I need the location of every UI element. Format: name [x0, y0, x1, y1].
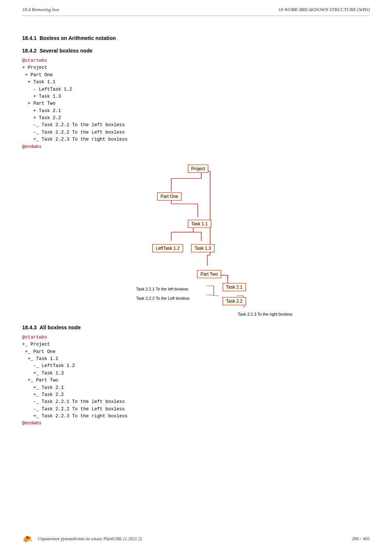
node-task222-boxless: Task 2.2.2 To the Left boxless [133, 295, 193, 302]
wbs-diagram: Project Part One Task 1.1 LeftTask 1.2 T… [92, 158, 300, 313]
header-right: 18 WORK BREAKDOWN STRUCTURE (WBS) [278, 7, 370, 13]
section-18-4-3-number: 18.4.3 [22, 324, 37, 330]
node-lefttask12: LeftTask 1.2 [152, 244, 183, 252]
node-task22: Task 2.2 [223, 297, 246, 305]
svg-point-30 [26, 536, 28, 538]
footer-page-number: 280 / 405 [352, 536, 370, 542]
section-18-4-1-title: Boxless on Arithmetic notation [40, 35, 116, 41]
section-18-4-3-title: All boxless node [40, 324, 81, 330]
section-18-4-1-number: 18.4.1 [22, 35, 37, 41]
footer-description: Справочное руководство по языку PlantUML… [38, 536, 142, 542]
node-parttwo: Part Two [197, 270, 221, 278]
node-task21: Task 2.1 [223, 283, 246, 291]
section-18-4-2-heading: 18.4.2Several boxless node [22, 48, 370, 54]
main-content: 18.4.1Boxless on Arithmetic notation 18.… [0, 21, 392, 463]
section-18-4-1-heading: 18.4.1Boxless on Arithmetic notation [22, 35, 370, 41]
code-block-1: @startwbs + Project + Part One + Task 1.… [22, 57, 370, 151]
node-task223-boxless: Task 2.2.3 To the right boxless [235, 311, 295, 317]
section-18-4-2-title: Several boxless node [40, 48, 92, 54]
page-footer: Справочное руководство по языку PlantUML… [0, 534, 392, 544]
node-project: Project [188, 165, 208, 173]
plantuml-logo-icon [22, 534, 34, 544]
node-partone: Part One [157, 192, 182, 201]
section-18-4-2-number: 18.4.2 [22, 48, 37, 54]
footer-left: Справочное руководство по языку PlantUML… [22, 534, 142, 544]
section-18-4-3-heading: 18.4.3All boxless node [22, 324, 370, 330]
node-task11: Task 1.1 [188, 220, 211, 228]
page-header: 18.4 Removing box 18 WORK BREAKDOWN STRU… [0, 0, 392, 16]
header-divider [22, 16, 370, 16]
code-block-2: @startwbs +_ Project +_ Part One +_ Task… [22, 334, 370, 427]
diagram-container: Project Part One Task 1.1 LeftTask 1.2 T… [22, 158, 370, 313]
node-task221-boxless: Task 2.2.1 To the left boxless [133, 286, 191, 292]
node-task13: Task 1.3 [191, 244, 214, 252]
diagram-svg [92, 158, 300, 313]
header-left: 18.4 Removing box [22, 7, 59, 13]
svg-point-29 [29, 539, 33, 541]
